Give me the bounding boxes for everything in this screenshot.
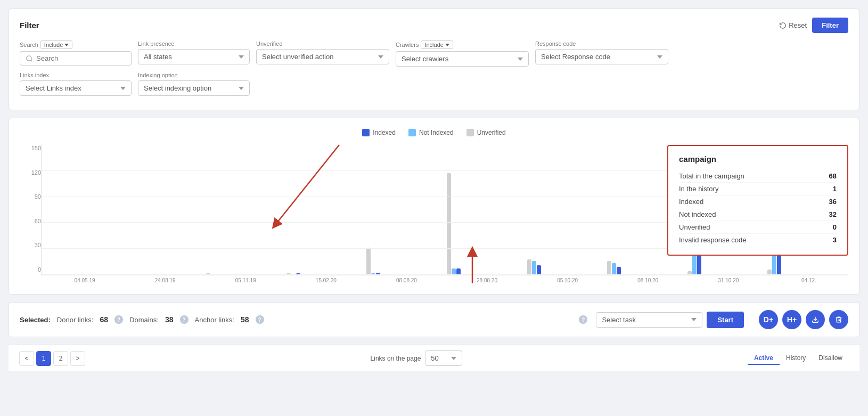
bar-not-indexed-9 (772, 253, 776, 275)
campaign-row-1: In the history1 (679, 183, 837, 195)
response-code-select[interactable]: Select Response code (535, 49, 668, 64)
prev-page-button[interactable]: < (19, 351, 34, 366)
domains-count: 38 (165, 315, 174, 324)
filter-row-2: Links index Select Links index Indexing … (20, 72, 848, 96)
campaign-row-0: Total in the campaign68 (679, 170, 837, 183)
legend-label-not-indexed: Not Indexed (419, 129, 454, 136)
d-plus-button[interactable]: D+ (759, 310, 778, 329)
legend-indexed: Indexed (362, 129, 396, 136)
task-select-wrap: Select task Start (596, 312, 744, 328)
links-index-field: Links index Select Links index (20, 72, 132, 96)
action-buttons: D+ H+ (759, 310, 848, 329)
legend-dot-not-indexed (408, 129, 416, 136)
links-on-page: Links on the page 50 100 200 (371, 350, 463, 366)
links-index-select[interactable]: Select Links index (20, 80, 132, 96)
per-page-select[interactable]: 50 100 200 (425, 350, 462, 366)
filter-title: Filter (20, 21, 39, 30)
anchor-links-info-icon[interactable]: ? (256, 315, 264, 324)
h-plus-button[interactable]: H+ (782, 310, 801, 329)
start-button[interactable]: Start (707, 312, 744, 328)
bar-group-3 (286, 273, 365, 275)
campaign-row-label: Indexed (679, 198, 703, 206)
link-presence-select[interactable]: All states (138, 49, 250, 64)
tab-history[interactable]: History (780, 352, 812, 365)
campaign-row-4: Unverified0 (679, 221, 837, 234)
donor-links-info-icon[interactable]: ? (114, 315, 123, 324)
page-1-button[interactable]: 1 (36, 351, 51, 366)
search-label: Search (20, 42, 38, 48)
unverified-select[interactable]: Select unverified action (256, 49, 389, 64)
x-label-4: 08.08.20 (367, 278, 446, 283)
x-label-9: 04.12. (769, 278, 848, 283)
bar-indexed-7 (617, 267, 621, 275)
domains-label: Domains: (129, 316, 159, 324)
x-label-3: 15.02.20 (286, 278, 365, 283)
bar-not-indexed-3 (291, 274, 296, 275)
campaign-rows: Total in the campaign68In the history1In… (679, 170, 837, 246)
response-code-label: Response code (535, 40, 668, 47)
pagination-bar: < 1 2 > Links on the page 50 100 200 Act… (9, 345, 859, 371)
bar-group-1 (126, 274, 205, 275)
reset-button[interactable]: Reset (779, 21, 807, 29)
delete-button[interactable] (829, 310, 848, 329)
chevron-down-icon (64, 44, 69, 46)
unverified-field: Unverified Select unverified action (256, 40, 389, 64)
filter-header: Filter Reset Filter (20, 18, 848, 33)
domains-info-icon[interactable]: ? (180, 315, 189, 324)
bar-indexed-4 (376, 273, 380, 275)
bar-not-indexed-8 (692, 255, 697, 275)
anchor-links-label: Anchor links: (195, 316, 234, 324)
reset-icon (779, 22, 787, 29)
bar-indexed-5 (456, 268, 461, 275)
links-on-page-label: Links on the page (371, 355, 421, 362)
indexing-option-field: Indexing option Select indexing option (138, 72, 250, 96)
selected-label: Selected: (20, 316, 51, 324)
crawlers-include-badge[interactable]: Include (421, 40, 453, 49)
bar-not-indexed-7 (612, 263, 616, 275)
campaign-row-label: Total in the campaign (679, 172, 744, 180)
legend-label-unverified: Unverified (477, 129, 506, 136)
bar-not-indexed-0 (51, 274, 55, 275)
bar-unverified-5 (447, 173, 451, 275)
page-2-button[interactable]: 2 (53, 351, 68, 366)
bar-unverified-9 (767, 270, 772, 275)
view-tabs: Active History Disallow (748, 352, 849, 365)
chart-legend: Indexed Not Indexed Unverified (20, 129, 848, 136)
search-include-badge[interactable]: Include (40, 40, 72, 49)
pagination-nav: < 1 2 > (19, 351, 85, 366)
tab-active[interactable]: Active (748, 352, 780, 365)
campaign-row-value: 68 (829, 172, 837, 180)
campaign-row-value: 32 (829, 210, 837, 218)
campaign-row-value: 0 (833, 223, 837, 231)
bar-indexed-1 (136, 274, 140, 275)
legend-label-indexed: Indexed (373, 129, 396, 136)
filter-row-1: Search Include Link presence Al (20, 40, 848, 67)
bar-group-5 (447, 173, 526, 275)
download-button[interactable] (806, 310, 825, 329)
response-code-field: Response code Select Response code (535, 40, 668, 64)
general-info-icon[interactable]: ? (579, 315, 587, 324)
chart-panel: Indexed Not Indexed Unverified 150 120 9… (9, 118, 859, 295)
chart-y-axis: 150 120 90 60 30 0 (20, 145, 41, 283)
bar-group-2 (206, 273, 285, 275)
crawlers-label: Crawlers (396, 42, 419, 48)
bar-unverified-3 (286, 273, 291, 275)
x-label-2: 05.11.19 (206, 278, 285, 283)
filter-header-actions: Reset Filter (779, 18, 848, 33)
campaign-row-label: In the history (679, 185, 718, 193)
tab-disallow[interactable]: Disallow (812, 352, 849, 365)
task-select[interactable]: Select task (596, 312, 702, 328)
bar-indexed-6 (537, 265, 541, 275)
bar-indexed-2 (216, 274, 220, 275)
crawlers-select[interactable]: Select crawlers (396, 51, 529, 67)
search-input[interactable] (36, 54, 126, 62)
unverified-label: Unverified (256, 40, 389, 47)
x-label-8: 31.10.20 (689, 278, 768, 283)
bar-unverified-1 (126, 274, 130, 275)
indexing-option-select[interactable]: Select indexing option (138, 80, 250, 96)
bottom-bar: Selected: Donor links: 68 ? Domains: 38 … (9, 302, 859, 337)
bar-unverified-8 (687, 271, 692, 275)
donor-links-label: Donor links: (57, 316, 94, 324)
filter-button[interactable]: Filter (812, 18, 848, 33)
next-page-button[interactable]: > (70, 351, 85, 366)
